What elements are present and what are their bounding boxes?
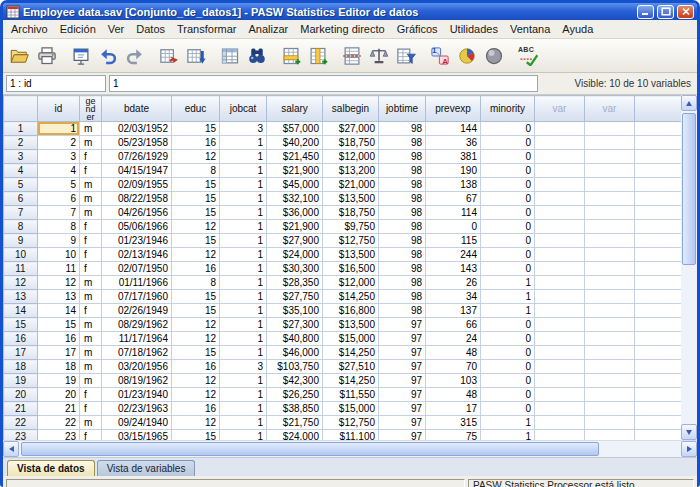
column-header-bdate[interactable]: bdate <box>102 96 172 122</box>
cell[interactable]: $15,000 <box>323 332 379 346</box>
cell[interactable]: 11 <box>38 262 80 276</box>
cell[interactable]: 14 <box>38 304 80 318</box>
cell[interactable]: 0 <box>481 122 535 136</box>
cell[interactable]: 12 <box>172 248 220 262</box>
cell[interactable]: 12 <box>172 332 220 346</box>
cell[interactable] <box>535 220 585 234</box>
cell[interactable]: 0 <box>481 178 535 192</box>
cell[interactable]: 97 <box>379 402 426 416</box>
use-variable-sets-button[interactable] <box>454 43 480 69</box>
cell[interactable]: 1 <box>220 290 267 304</box>
cell[interactable] <box>535 430 585 441</box>
cell[interactable]: 1 <box>220 178 267 192</box>
horizontal-scroll-track[interactable] <box>19 441 681 457</box>
cell[interactable] <box>585 276 635 290</box>
cell[interactable]: 97 <box>379 346 426 360</box>
cell[interactable]: $18,750 <box>323 136 379 150</box>
cell[interactable]: 12 <box>172 318 220 332</box>
cell[interactable]: $46,000 <box>267 346 323 360</box>
cell[interactable]: 98 <box>379 290 426 304</box>
column-header-salary[interactable]: salary <box>267 96 323 122</box>
cell[interactable] <box>535 416 585 430</box>
cell[interactable]: f <box>80 164 102 178</box>
cell[interactable]: $40,800 <box>267 332 323 346</box>
cell[interactable]: f <box>80 234 102 248</box>
cell[interactable]: $32,100 <box>267 192 323 206</box>
cell[interactable]: 98 <box>379 192 426 206</box>
cell[interactable]: 1 <box>220 150 267 164</box>
cell[interactable]: 21 <box>38 402 80 416</box>
cell[interactable]: 1 <box>220 318 267 332</box>
open-data-document-button[interactable] <box>7 43 33 69</box>
cell[interactable]: 70 <box>426 360 481 374</box>
cell[interactable] <box>585 192 635 206</box>
cell[interactable]: m <box>80 318 102 332</box>
cell[interactable] <box>585 234 635 248</box>
menu-archivo[interactable]: Archivo <box>5 21 54 37</box>
cell[interactable]: 244 <box>426 248 481 262</box>
cell[interactable]: m <box>80 374 102 388</box>
cell[interactable] <box>535 318 585 332</box>
cell[interactable]: 08/22/1958 <box>102 192 172 206</box>
cell[interactable]: 98 <box>379 206 426 220</box>
cell[interactable] <box>585 374 635 388</box>
cell[interactable] <box>535 346 585 360</box>
cell[interactable] <box>535 122 585 136</box>
cell[interactable]: 02/13/1946 <box>102 248 172 262</box>
cell[interactable]: m <box>80 332 102 346</box>
cell[interactable]: 0 <box>481 332 535 346</box>
column-header-educ[interactable]: educ <box>172 96 220 122</box>
vertical-scrollbar[interactable] <box>681 95 697 440</box>
column-header-var-1[interactable]: var <box>535 96 585 122</box>
cell[interactable]: 97 <box>379 360 426 374</box>
menu-graficos[interactable]: Gráficos <box>391 21 444 37</box>
cell[interactable]: 97 <box>379 318 426 332</box>
cell[interactable]: $103,750 <box>267 360 323 374</box>
cell[interactable]: $9,750 <box>323 220 379 234</box>
cell[interactable]: 315 <box>426 416 481 430</box>
cell[interactable]: m <box>80 122 102 136</box>
cell[interactable]: $36,000 <box>267 206 323 220</box>
cell[interactable]: $14,250 <box>323 290 379 304</box>
column-header-prevexp[interactable]: prevexp <box>426 96 481 122</box>
cell[interactable]: 1 <box>220 430 267 441</box>
minimize-button[interactable] <box>637 5 654 19</box>
maximize-button[interactable] <box>657 5 674 19</box>
column-header-jobcat[interactable]: jobcat <box>220 96 267 122</box>
cell[interactable]: 8 <box>172 164 220 178</box>
cell[interactable] <box>535 206 585 220</box>
cell[interactable]: 0 <box>481 150 535 164</box>
cell[interactable]: $12,000 <box>323 276 379 290</box>
row-header-20[interactable]: 20 <box>4 388 38 402</box>
cell[interactable]: 138 <box>426 178 481 192</box>
cell[interactable]: $14,250 <box>323 374 379 388</box>
cell[interactable]: 0 <box>481 388 535 402</box>
cell[interactable]: 09/24/1940 <box>102 416 172 430</box>
cell[interactable]: 17 <box>38 346 80 360</box>
cell[interactable]: m <box>80 192 102 206</box>
cell[interactable]: $21,750 <box>267 416 323 430</box>
cell[interactable]: 20 <box>38 388 80 402</box>
close-button[interactable] <box>677 5 694 19</box>
scroll-down-button[interactable] <box>681 424 697 440</box>
cell[interactable]: 98 <box>379 220 426 234</box>
cell[interactable]: 98 <box>379 178 426 192</box>
cell[interactable] <box>585 178 635 192</box>
scroll-right-button[interactable] <box>681 441 697 457</box>
cell[interactable]: 0 <box>481 234 535 248</box>
cell[interactable]: 01/23/1946 <box>102 234 172 248</box>
cell[interactable] <box>585 416 635 430</box>
cell[interactable]: 190 <box>426 164 481 178</box>
row-header-9[interactable]: 9 <box>4 234 38 248</box>
row-header-8[interactable]: 8 <box>4 220 38 234</box>
row-header-13[interactable]: 13 <box>4 290 38 304</box>
cell[interactable]: 7 <box>38 206 80 220</box>
cell[interactable]: $21,000 <box>323 178 379 192</box>
cell[interactable]: $21,450 <box>267 150 323 164</box>
cell[interactable]: m <box>80 276 102 290</box>
cell[interactable]: 97 <box>379 416 426 430</box>
cell[interactable]: 15 <box>172 192 220 206</box>
cell[interactable]: 11/17/1964 <box>102 332 172 346</box>
cell[interactable]: f <box>80 430 102 441</box>
cell[interactable]: $28,350 <box>267 276 323 290</box>
